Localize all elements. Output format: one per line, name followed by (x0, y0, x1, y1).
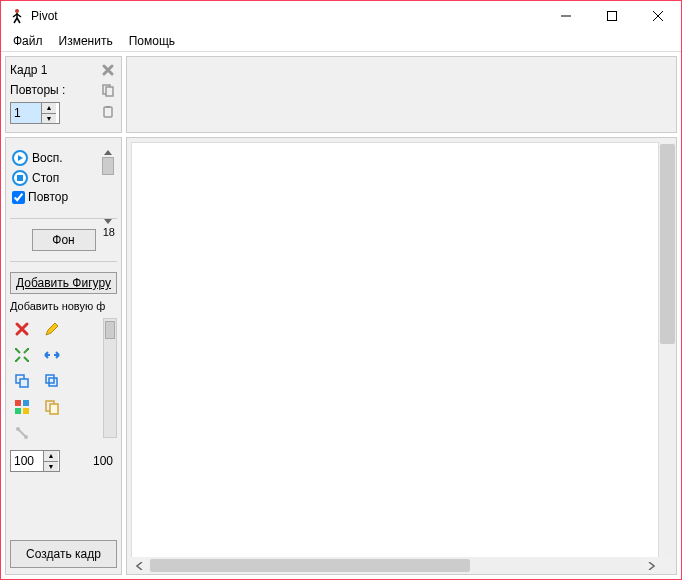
svg-line-26 (19, 430, 25, 436)
scale-display: 100 (93, 454, 113, 468)
hscroll-thumb[interactable] (150, 559, 470, 572)
divider (10, 261, 117, 262)
flip-horizontal-icon (43, 348, 61, 362)
tool-grid (10, 318, 64, 444)
add-new-label: Добавить новую ф (10, 300, 117, 312)
speed-down-icon[interactable] (104, 219, 112, 224)
canvas-area (126, 137, 677, 575)
svg-line-2 (14, 18, 17, 23)
tool-duplicate[interactable] (10, 370, 34, 392)
repeats-down[interactable]: ▼ (42, 114, 56, 124)
svg-rect-21 (23, 408, 29, 414)
minimize-button[interactable] (543, 1, 589, 31)
menu-edit[interactable]: Изменить (51, 32, 121, 50)
center-icon (14, 347, 30, 363)
copy-frame-button[interactable] (99, 81, 117, 99)
add-figure-button[interactable]: Добавить Фигуру (10, 272, 117, 294)
titlebar: Pivot (1, 1, 681, 31)
svg-rect-12 (104, 107, 112, 117)
delete-frame-button[interactable] (99, 61, 117, 79)
figure-scale-slider[interactable] (103, 318, 117, 438)
menubar: Файл Изменить Помощь (1, 31, 681, 52)
scale-down[interactable]: ▼ (44, 462, 58, 472)
tool-color[interactable] (10, 396, 34, 418)
canvas-vscroll[interactable] (659, 142, 676, 557)
hscroll-right[interactable] (642, 557, 659, 574)
pencil-icon (44, 321, 60, 337)
canvas[interactable] (131, 142, 659, 574)
menu-help[interactable]: Помощь (121, 32, 183, 50)
loop-label: Повтор (28, 190, 68, 204)
svg-rect-11 (106, 87, 113, 96)
repeats-spinner[interactable]: ▲ ▼ (10, 102, 60, 124)
figure-scale-thumb[interactable] (105, 321, 115, 339)
side-panel: Восп. Стоп Повтор 18 (5, 137, 122, 575)
vscroll-thumb[interactable] (660, 144, 675, 344)
menu-file[interactable]: Файл (5, 32, 51, 50)
maximize-button[interactable] (589, 1, 635, 31)
svg-rect-13 (106, 106, 110, 108)
scale-input[interactable] (11, 451, 43, 471)
frame-number-label: Кадр 1 (10, 63, 47, 77)
background-button[interactable]: Фон (32, 229, 96, 251)
playback-group: Восп. Стоп Повтор 18 (10, 144, 117, 212)
tool-center[interactable] (10, 344, 34, 366)
speed-thumb[interactable] (102, 157, 114, 175)
top-row: Кадр 1 Повторы : ▲ (5, 56, 677, 133)
play-label: Восп. (32, 151, 63, 165)
svg-rect-20 (15, 408, 21, 414)
main-row: Восп. Стоп Повтор 18 (5, 137, 677, 575)
stop-label: Стоп (32, 171, 59, 185)
scale-spinner[interactable]: ▲ ▼ (10, 450, 60, 472)
svg-rect-7 (608, 12, 617, 21)
repeats-input[interactable] (11, 103, 41, 123)
svg-line-3 (17, 18, 20, 23)
speed-slider[interactable]: 18 (101, 150, 115, 224)
svg-rect-19 (23, 400, 29, 406)
svg-rect-18 (15, 400, 21, 406)
close-button[interactable] (635, 1, 681, 31)
svg-rect-15 (20, 379, 28, 387)
hscroll-left[interactable] (131, 557, 148, 574)
scale-up[interactable]: ▲ (44, 451, 58, 462)
tool-delete[interactable] (10, 318, 34, 340)
svg-rect-16 (49, 378, 57, 386)
content: Кадр 1 Повторы : ▲ (1, 52, 681, 579)
delete-icon (14, 321, 30, 337)
tool-edit[interactable] (40, 318, 64, 340)
window-controls (543, 1, 681, 31)
copy-icon (44, 399, 60, 415)
svg-point-0 (15, 9, 19, 13)
window-title: Pivot (31, 9, 543, 23)
duplicate-icon (14, 373, 30, 389)
speed-up-icon[interactable] (104, 150, 112, 155)
tool-grid-area (10, 318, 117, 444)
canvas-hscroll[interactable] (131, 557, 659, 574)
stop-icon (12, 170, 28, 186)
frame-panel: Кадр 1 Повторы : ▲ (5, 56, 122, 133)
tool-join[interactable] (10, 422, 34, 444)
app-icon (9, 8, 25, 24)
scale-row: ▲ ▼ 100 (10, 450, 117, 472)
tool-copy[interactable] (40, 396, 64, 418)
create-frame-button[interactable]: Создать кадр (10, 540, 117, 568)
speed-value: 18 (103, 226, 115, 238)
color-grid-icon (14, 399, 30, 415)
paste-frame-button[interactable] (99, 103, 117, 121)
repeats-up[interactable]: ▲ (42, 103, 56, 114)
bring-front-icon (44, 373, 60, 389)
loop-check-input[interactable] (12, 191, 25, 204)
tool-front[interactable] (40, 370, 64, 392)
tool-flip[interactable] (40, 344, 64, 366)
timeline-panel[interactable] (126, 56, 677, 133)
play-icon (12, 150, 28, 166)
svg-rect-23 (50, 404, 58, 414)
join-icon (14, 425, 30, 441)
app-window: Pivot Файл Изменить Помощь Кадр 1 (0, 0, 682, 580)
repeats-label: Повторы : (10, 83, 65, 97)
